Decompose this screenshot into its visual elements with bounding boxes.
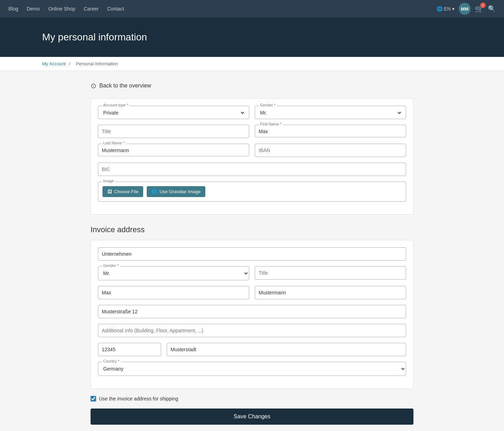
lastname-group: Last Name * Mustermann: [98, 144, 249, 156]
personal-info-card: Account type * Private Business Gender *…: [91, 98, 413, 215]
use-gravatar-label: Use Gravatar Image: [159, 189, 200, 194]
inv-name-row: [98, 286, 406, 299]
firstname-group: First Name * Max: [255, 125, 406, 137]
inv-title-field: [255, 266, 406, 280]
choose-file-button[interactable]: 🖼 Choose File: [102, 186, 143, 197]
invoice-address-card: Gender * Mr. Mrs. Diverse: [91, 240, 413, 389]
inv-gender-label: Gender *: [102, 263, 120, 268]
zip-field: [98, 343, 161, 356]
inv-lastname-input[interactable]: [255, 286, 406, 299]
gender-label: Gender *: [259, 103, 277, 107]
breadcrumb-my-account[interactable]: My Account: [42, 61, 66, 66]
city-field: [167, 343, 406, 356]
image-icon: 🖼: [107, 189, 112, 194]
inv-gender-field: Gender * Mr. Mrs. Diverse: [98, 266, 249, 280]
firstname-label: First Name *: [259, 122, 283, 126]
firstname-input[interactable]: Max: [259, 128, 402, 135]
title-firstname-row: First Name * Max: [98, 125, 406, 138]
lastname-input[interactable]: Mustermann: [102, 147, 245, 154]
image-label: Image: [102, 179, 115, 183]
choose-file-label: Choose File: [114, 189, 138, 194]
gender-select[interactable]: Mr. Mrs. Diverse: [259, 109, 402, 117]
user-avatar[interactable]: MM: [459, 3, 471, 15]
country-row: Country * Germany Austria Switzerland: [98, 362, 406, 376]
chevron-down-icon: ▾: [452, 6, 455, 12]
inv-gender-title-row: Gender * Mr. Mrs. Diverse: [98, 266, 406, 280]
inv-gender-group: Gender * Mr. Mrs. Diverse: [98, 266, 249, 280]
iban-field: [255, 144, 406, 157]
navbar: Blog Demo Online Shop Career Contact 🌐 E…: [0, 0, 504, 18]
account-type-label: Account type *: [102, 103, 130, 107]
inv-firstname-input[interactable]: [98, 286, 249, 299]
invoice-section-title: Invoice address: [91, 225, 413, 234]
nav-career[interactable]: Career: [84, 6, 99, 12]
shipping-checkbox-label: Use the invoice address for shipping: [99, 396, 178, 401]
lastname-iban-row: Last Name * Mustermann: [98, 144, 406, 157]
back-link[interactable]: ⊙ Back to the overview: [91, 81, 413, 90]
language-selector[interactable]: 🌐 EN ▾: [437, 6, 455, 12]
nav-online-shop[interactable]: Online Shop: [48, 6, 75, 12]
lastname-label: Last Name *: [102, 141, 126, 145]
hero-section: My personal information: [0, 18, 504, 57]
street-input[interactable]: [98, 305, 406, 318]
shipping-checkbox[interactable]: [91, 396, 96, 401]
nav-contact[interactable]: Contact: [107, 6, 124, 12]
street-row: [98, 305, 406, 318]
breadcrumb-current: Personal Information: [76, 61, 118, 66]
nav-links: Blog Demo Online Shop Career Contact: [8, 6, 124, 12]
inv-gender-select[interactable]: Mr. Mrs. Diverse: [98, 267, 249, 280]
nav-blog[interactable]: Blog: [8, 6, 18, 12]
gender-field: Gender * Mr. Mrs. Diverse: [255, 106, 406, 119]
account-gender-row: Account type * Private Business Gender *…: [98, 106, 406, 119]
account-type-select[interactable]: Private Business: [102, 109, 245, 117]
account-type-field: Account type * Private Business: [98, 106, 249, 119]
country-group: Country * Germany Austria Switzerland: [98, 362, 406, 376]
image-buttons: 🖼 Choose File 🌐 Use Gravatar Image: [102, 186, 402, 197]
page-title: My personal information: [42, 32, 462, 43]
gravatar-icon: 🌐: [152, 189, 157, 194]
account-type-group: Account type * Private Business: [98, 106, 249, 119]
nav-demo[interactable]: Demo: [27, 6, 40, 12]
use-gravatar-button[interactable]: 🌐 Use Gravatar Image: [147, 186, 205, 197]
inv-firstname-field: [98, 286, 249, 299]
image-section: Image 🖼 Choose File 🌐 Use Gravatar Image: [98, 182, 406, 202]
back-arrow-icon: ⊙: [91, 81, 97, 90]
zip-city-row: [98, 343, 406, 356]
breadcrumb-separator: /: [69, 61, 71, 66]
additional-input[interactable]: [98, 324, 406, 337]
cart-button[interactable]: 🛒 0: [475, 5, 484, 13]
additional-row: [98, 324, 406, 337]
title-field: [98, 125, 249, 138]
firstname-field: First Name * Max: [255, 125, 406, 138]
search-button[interactable]: 🔍: [488, 5, 496, 13]
inv-title-input[interactable]: [255, 266, 406, 280]
bic-input[interactable]: [98, 163, 406, 176]
zip-input[interactable]: [98, 343, 161, 356]
company-row: [98, 247, 406, 261]
breadcrumb: My Account / Personal Information: [0, 57, 504, 71]
country-label: Country *: [102, 359, 121, 363]
country-select[interactable]: Germany Austria Switzerland: [98, 362, 406, 376]
inv-lastname-field: [255, 286, 406, 299]
save-changes-button[interactable]: Save Changes: [91, 409, 413, 425]
cart-badge: 0: [480, 2, 486, 8]
globe-icon: 🌐: [437, 6, 443, 12]
back-link-label: Back to the overview: [99, 83, 151, 89]
title-input[interactable]: [98, 125, 249, 138]
lastname-field: Last Name * Mustermann: [98, 144, 249, 157]
nav-right: 🌐 EN ▾ MM 🛒 0 🔍: [437, 3, 496, 15]
iban-input[interactable]: [255, 144, 406, 157]
company-input[interactable]: [98, 247, 406, 261]
shipping-checkbox-row: Use the invoice address for shipping: [91, 396, 413, 401]
lang-label: EN: [444, 6, 451, 12]
city-input[interactable]: [167, 343, 406, 356]
bic-row: [98, 163, 406, 176]
main-content: ⊙ Back to the overview Account type * Pr…: [84, 81, 420, 425]
gender-group: Gender * Mr. Mrs. Diverse: [255, 106, 406, 119]
